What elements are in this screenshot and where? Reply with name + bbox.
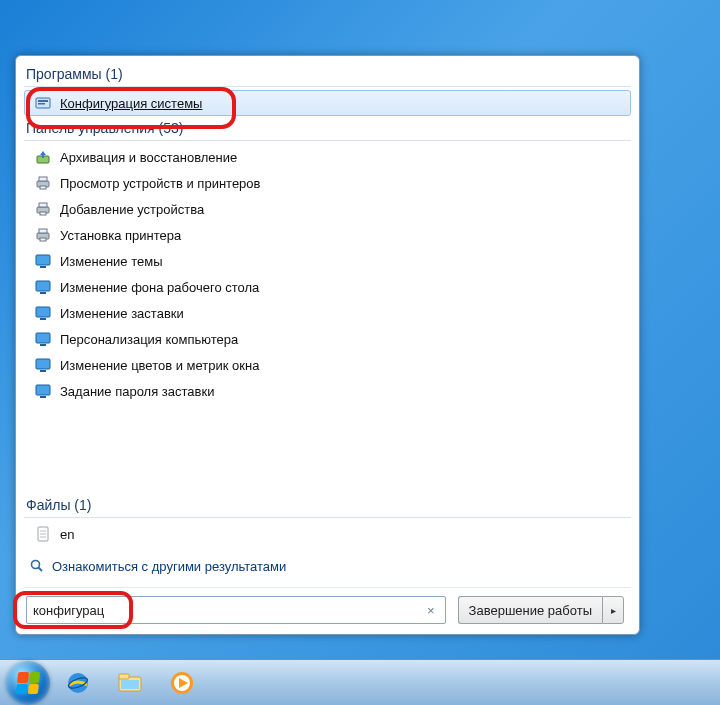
theme-icon — [34, 252, 52, 270]
result-devices-printers-view[interactable]: Просмотр устройств и принтеров — [24, 170, 631, 196]
svg-rect-2 — [38, 103, 45, 105]
divider — [24, 86, 631, 87]
result-label: en — [60, 527, 74, 542]
result-backup-restore[interactable]: Архивация и восстановление — [24, 144, 631, 170]
svg-rect-35 — [121, 680, 139, 689]
search-icon — [28, 557, 46, 575]
svg-rect-22 — [40, 370, 46, 372]
result-label: Персонализация компьютера — [60, 332, 238, 347]
theme-icon — [34, 304, 52, 322]
section-files-header: Файлы (1) — [24, 493, 631, 515]
svg-rect-14 — [40, 266, 46, 268]
start-menu-bottom-row: × Завершение работы ▸ — [24, 587, 631, 634]
divider — [24, 140, 631, 141]
search-input[interactable] — [33, 603, 423, 618]
svg-rect-21 — [36, 359, 50, 369]
windows-logo-icon — [16, 672, 40, 694]
result-label: Изменение темы — [60, 254, 162, 269]
taskbar-explorer[interactable] — [106, 664, 154, 702]
result-label: Конфигурация системы — [60, 96, 202, 111]
printer-icon — [34, 200, 52, 218]
result-label: Изменение цветов и метрик окна — [60, 358, 259, 373]
shutdown-label: Завершение работы — [469, 603, 592, 618]
svg-rect-20 — [40, 344, 46, 346]
result-personalization[interactable]: Персонализация компьютера — [24, 326, 631, 352]
svg-rect-34 — [119, 674, 129, 679]
svg-rect-1 — [38, 100, 48, 102]
msconfig-icon — [34, 94, 52, 112]
result-label: Изменение фона рабочего стола — [60, 280, 259, 295]
result-label: Просмотр устройств и принтеров — [60, 176, 260, 191]
svg-rect-17 — [36, 307, 50, 317]
printer-icon — [34, 174, 52, 192]
shutdown-button[interactable]: Завершение работы — [458, 596, 602, 624]
svg-rect-6 — [40, 186, 46, 189]
theme-icon — [34, 382, 52, 400]
result-install-printer[interactable]: Установка принтера — [24, 222, 631, 248]
svg-rect-18 — [40, 318, 46, 320]
start-menu-search-results: Программы (1) Конфигурация системы Панел… — [15, 55, 640, 635]
result-label: Изменение заставки — [60, 306, 184, 321]
svg-rect-13 — [36, 255, 50, 265]
result-change-wallpaper[interactable]: Изменение фона рабочего стола — [24, 274, 631, 300]
result-label: Добавление устройства — [60, 202, 204, 217]
theme-icon — [34, 356, 52, 374]
svg-rect-15 — [36, 281, 50, 291]
result-add-device[interactable]: Добавление устройства — [24, 196, 631, 222]
svg-rect-19 — [36, 333, 50, 343]
result-label: Архивация и восстановление — [60, 150, 237, 165]
svg-rect-24 — [40, 396, 46, 398]
result-label: Установка принтера — [60, 228, 181, 243]
result-label: Задание пароля заставки — [60, 384, 214, 399]
see-more-results[interactable]: Ознакомиться с другими результатами — [24, 547, 631, 583]
result-change-screensaver[interactable]: Изменение заставки — [24, 300, 631, 326]
svg-rect-9 — [40, 212, 46, 215]
result-window-color[interactable]: Изменение цветов и метрик окна — [24, 352, 631, 378]
shutdown-split-button: Завершение работы ▸ — [458, 596, 624, 624]
shutdown-options-arrow[interactable]: ▸ — [602, 596, 624, 624]
result-file-en[interactable]: en — [24, 521, 631, 547]
file-icon — [34, 525, 52, 543]
svg-line-30 — [39, 568, 43, 572]
section-programs-header: Программы (1) — [24, 62, 631, 84]
svg-rect-11 — [39, 229, 47, 233]
printer-icon — [34, 226, 52, 244]
svg-rect-5 — [39, 177, 47, 181]
backup-icon — [34, 148, 52, 166]
section-control-panel-header: Панель управления (53) — [24, 116, 631, 138]
svg-rect-8 — [39, 203, 47, 207]
taskbar-media-player[interactable] — [158, 664, 206, 702]
control-panel-results: Архивация и восстановление Просмотр устр… — [24, 144, 631, 493]
svg-rect-16 — [40, 292, 46, 294]
folder-icon — [115, 668, 145, 698]
svg-point-29 — [32, 561, 40, 569]
result-change-theme[interactable]: Изменение темы — [24, 248, 631, 274]
result-system-configuration[interactable]: Конфигурация системы — [24, 90, 631, 116]
result-screensaver-password[interactable]: Задание пароля заставки — [24, 378, 631, 404]
svg-rect-12 — [40, 238, 46, 241]
divider — [24, 517, 631, 518]
theme-icon — [34, 278, 52, 296]
start-button[interactable] — [6, 661, 50, 705]
svg-rect-23 — [36, 385, 50, 395]
internet-explorer-icon — [63, 668, 93, 698]
chevron-right-icon: ▸ — [611, 605, 616, 616]
search-box[interactable]: × — [26, 596, 446, 624]
taskbar-ie[interactable] — [54, 664, 102, 702]
media-player-icon — [167, 668, 197, 698]
taskbar — [0, 659, 720, 705]
clear-search-icon[interactable]: × — [423, 603, 439, 618]
see-more-label: Ознакомиться с другими результатами — [52, 559, 286, 574]
theme-icon — [34, 330, 52, 348]
